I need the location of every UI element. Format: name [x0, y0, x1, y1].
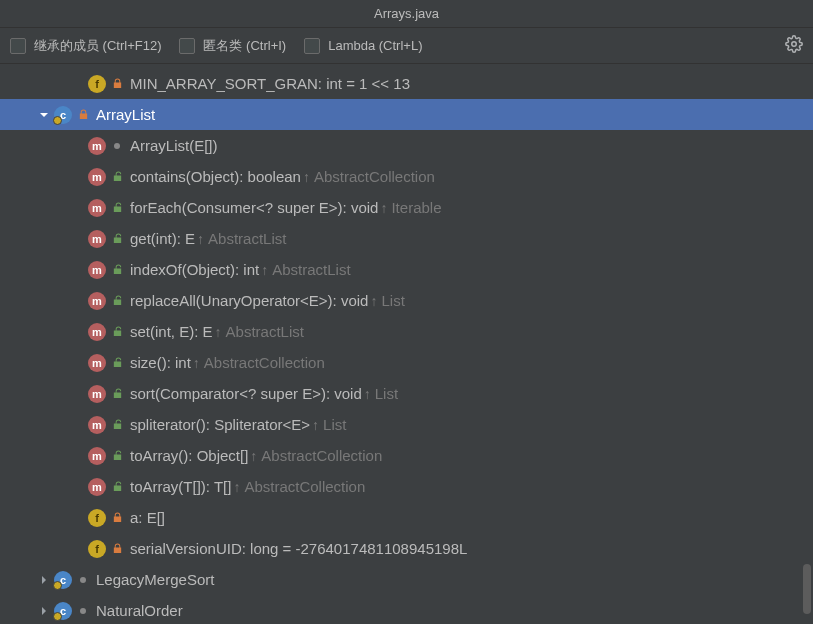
tree-row-method[interactable]: m contains(Object): boolean ↑AbstractCol… [0, 161, 813, 192]
node-label: replaceAll(UnaryOperator<E>): void [130, 292, 368, 309]
public-icon [110, 325, 124, 339]
field-icon: f [88, 75, 106, 93]
lock-icon [76, 108, 90, 122]
method-icon: m [88, 385, 106, 403]
method-icon: m [88, 137, 106, 155]
public-icon [110, 232, 124, 246]
override-up-icon: ↑ [370, 293, 377, 309]
tree-row-method[interactable]: m size(): int ↑AbstractCollection [0, 347, 813, 378]
chevron-down-icon[interactable] [36, 110, 52, 120]
lambda-label: Lambda (Ctrl+L) [328, 38, 422, 53]
tree-row-method[interactable]: m replaceAll(UnaryOperator<E>): void ↑Li… [0, 285, 813, 316]
tree-row-method[interactable]: m sort(Comparator<? super E>): void ↑Lis… [0, 378, 813, 409]
inherited-checkbox[interactable]: 继承的成员 (Ctrl+F12) [10, 37, 161, 55]
scrollbar-thumb[interactable] [803, 564, 811, 614]
lambda-checkbox[interactable]: Lambda (Ctrl+L) [304, 38, 422, 54]
override-up-icon: ↑ [197, 231, 204, 247]
lock-icon [110, 511, 124, 525]
method-icon: m [88, 416, 106, 434]
checkbox-box [304, 38, 320, 54]
tree-row-class[interactable]: c LegacyMergeSort [0, 564, 813, 595]
node-label: a: E[] [130, 509, 165, 526]
override-up-icon: ↑ [303, 169, 310, 185]
node-label: contains(Object): boolean [130, 168, 301, 185]
tree-row-method[interactable]: m forEach(Consumer<? super E>): void ↑It… [0, 192, 813, 223]
tree-row-method[interactable]: m toArray(T[]): T[] ↑AbstractCollection [0, 471, 813, 502]
node-label: indexOf(Object): int [130, 261, 259, 278]
tree-row-field[interactable]: f MIN_ARRAY_SORT_GRAN: int = 1 << 13 [0, 68, 813, 99]
node-label: MIN_ARRAY_SORT_GRAN: int = 1 << 13 [130, 75, 410, 92]
tree-row-method[interactable]: m spliterator(): Spliterator<E> ↑List [0, 409, 813, 440]
tree-row-class[interactable]: c NaturalOrder [0, 595, 813, 624]
svg-point-0 [792, 42, 797, 47]
chevron-right-icon[interactable] [36, 606, 52, 616]
public-icon [110, 480, 124, 494]
chevron-right-icon[interactable] [36, 575, 52, 585]
field-icon: f [88, 509, 106, 527]
node-origin: AbstractCollection [204, 354, 325, 371]
tree-row-method[interactable]: m get(int): E ↑AbstractList [0, 223, 813, 254]
package-icon [76, 573, 90, 587]
class-icon: c [54, 106, 72, 124]
package-icon [110, 139, 124, 153]
node-origin: List [323, 416, 346, 433]
inherited-label: 继承的成员 (Ctrl+F12) [34, 37, 161, 55]
override-up-icon: ↑ [233, 479, 240, 495]
node-origin: List [381, 292, 404, 309]
lock-icon [110, 77, 124, 91]
override-up-icon: ↑ [250, 448, 257, 464]
method-icon: m [88, 478, 106, 496]
node-label: set(int, E): E [130, 323, 213, 340]
anonymous-label: 匿名类 (Ctrl+I) [203, 37, 286, 55]
tree-row-class-selected[interactable]: c ArrayList [0, 99, 813, 130]
override-up-icon: ↑ [193, 355, 200, 371]
node-origin: AbstractList [208, 230, 286, 247]
lock-icon [110, 542, 124, 556]
tree-row-field[interactable]: f a: E[] [0, 502, 813, 533]
tree-row-method[interactable]: m set(int, E): E ↑AbstractList [0, 316, 813, 347]
node-origin: AbstractCollection [314, 168, 435, 185]
node-label: LegacyMergeSort [96, 571, 214, 588]
title-bar: Arrays.java [0, 0, 813, 28]
node-origin: List [375, 385, 398, 402]
node-label: toArray(): Object[] [130, 447, 248, 464]
node-label: toArray(T[]): T[] [130, 478, 231, 495]
anonymous-checkbox[interactable]: 匿名类 (Ctrl+I) [179, 37, 286, 55]
override-up-icon: ↑ [215, 324, 222, 340]
method-icon: m [88, 447, 106, 465]
public-icon [110, 449, 124, 463]
structure-tree[interactable]: f MIN_ARRAY_SORT_GRAN: int = 1 << 13 c A… [0, 64, 813, 624]
node-label: ArrayList [96, 106, 155, 123]
public-icon [110, 294, 124, 308]
method-icon: m [88, 168, 106, 186]
node-origin: Iterable [391, 199, 441, 216]
method-icon: m [88, 354, 106, 372]
class-icon: c [54, 571, 72, 589]
method-icon: m [88, 292, 106, 310]
node-label: spliterator(): Spliterator<E> [130, 416, 310, 433]
class-icon: c [54, 602, 72, 620]
node-label: NaturalOrder [96, 602, 183, 619]
override-up-icon: ↑ [380, 200, 387, 216]
public-icon [110, 170, 124, 184]
override-up-icon: ↑ [364, 386, 371, 402]
node-origin: AbstractCollection [261, 447, 382, 464]
override-up-icon: ↑ [261, 262, 268, 278]
tree-row-method[interactable]: m indexOf(Object): int ↑AbstractList [0, 254, 813, 285]
node-label: get(int): E [130, 230, 195, 247]
tree-row-field[interactable]: f serialVersionUID: long = -276401748110… [0, 533, 813, 564]
scrollbar[interactable] [801, 64, 813, 624]
public-icon [110, 387, 124, 401]
public-icon [110, 263, 124, 277]
public-icon [110, 356, 124, 370]
public-icon [110, 201, 124, 215]
override-up-icon: ↑ [312, 417, 319, 433]
package-icon [76, 604, 90, 618]
node-label: size(): int [130, 354, 191, 371]
checkbox-box [10, 38, 26, 54]
method-icon: m [88, 261, 106, 279]
tree-row-constructor[interactable]: m ArrayList(E[]) [0, 130, 813, 161]
checkbox-box [179, 38, 195, 54]
tree-row-method[interactable]: m toArray(): Object[] ↑AbstractCollectio… [0, 440, 813, 471]
gear-icon[interactable] [785, 35, 803, 56]
